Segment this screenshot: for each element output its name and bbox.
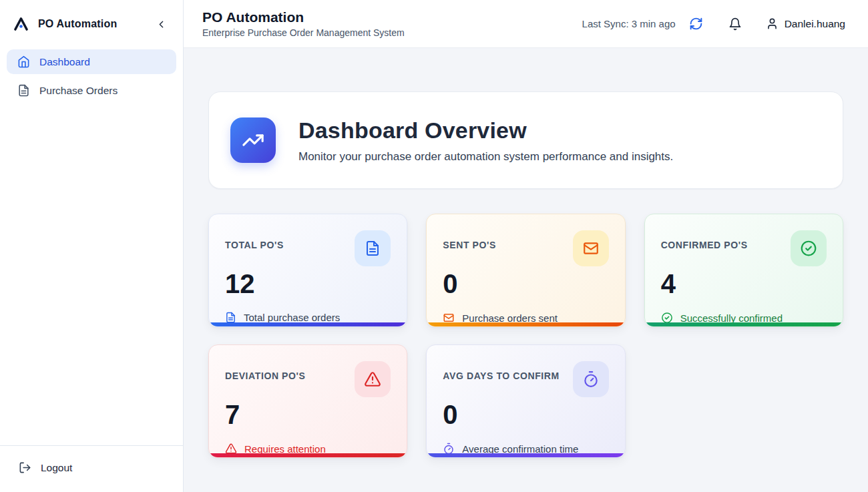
stat-value: 0 — [443, 401, 608, 428]
stat-label: TOTAL PO'S — [225, 230, 284, 250]
sidebar-item-purchase-orders[interactable]: Purchase Orders — [7, 78, 176, 103]
user-icon — [766, 17, 779, 30]
page-title: PO Automation — [202, 9, 405, 25]
hero-text: Dashboard Overview Monitor your purchase… — [298, 117, 673, 164]
refresh-button[interactable] — [686, 14, 706, 33]
logout-button[interactable]: Logout — [9, 455, 174, 480]
stat-card-deviation-pos: DEVIATION PO'S 7 — [208, 344, 407, 458]
sidebar-header: PO Automation — [0, 0, 183, 48]
hero-title: Dashboard Overview — [298, 117, 673, 144]
stat-caption: Total purchase orders — [225, 312, 391, 323]
logout-label: Logout — [41, 462, 72, 474]
user-menu[interactable]: Danlei.huang — [766, 17, 845, 30]
bell-icon — [728, 17, 742, 31]
stat-label: SENT PO'S — [443, 230, 496, 250]
sidebar-collapse-button[interactable] — [153, 16, 170, 33]
stat-card-avg-days-to-confirm: AVG DAYS TO CONFIRM 0 — [426, 344, 625, 458]
stat-caption-text: Total purchase orders — [244, 312, 340, 323]
main-area: PO Automation Enterprise Purchase Order … — [184, 0, 868, 492]
hero-subtitle: Monitor your purchase order automation s… — [298, 150, 673, 164]
stat-value: 12 — [225, 270, 391, 297]
stat-label: CONFIRMED PO'S — [661, 230, 748, 250]
stat-card-header: SENT PO'S — [443, 230, 608, 266]
content: Dashboard Overview Monitor your purchase… — [184, 48, 868, 492]
trending-up-icon — [230, 117, 276, 163]
stat-value: 0 — [443, 270, 608, 297]
chevron-left-icon — [156, 19, 167, 30]
stat-card-header: AVG DAYS TO CONFIRM — [443, 361, 608, 397]
notifications-button[interactable] — [726, 15, 744, 33]
topbar-actions: Last Sync: 3 min ago — [582, 14, 845, 33]
sidebar-item-dashboard[interactable]: Dashboard — [7, 49, 176, 74]
accent-bar — [209, 453, 407, 457]
stat-card-header: DEVIATION PO'S — [225, 361, 391, 397]
accent-bar — [427, 453, 624, 457]
mail-icon — [573, 230, 609, 266]
brand-name: PO Automation — [38, 18, 117, 30]
sidebar-footer: Logout — [0, 445, 183, 492]
stat-card-sent-pos: SENT PO'S 0 — [426, 214, 625, 327]
sidebar: PO Automation Dashboard — [0, 0, 184, 492]
stat-card-total-pos: TOTAL PO'S 12 — [208, 214, 407, 327]
stat-value: 7 — [225, 401, 391, 428]
stats-grid: TOTAL PO'S 12 — [208, 214, 843, 458]
page-subtitle: Enterprise Purchase Order Management Sys… — [202, 27, 405, 38]
last-sync-label: Last Sync: 3 min ago — [582, 18, 676, 29]
logout-icon — [19, 461, 31, 474]
hero-card: Dashboard Overview Monitor your purchase… — [208, 91, 843, 189]
topbar-titles: PO Automation Enterprise Purchase Order … — [202, 9, 405, 38]
stat-label: AVG DAYS TO CONFIRM — [443, 361, 560, 381]
app-logo-icon — [12, 15, 30, 33]
file-text-icon — [17, 84, 30, 97]
sidebar-nav: Dashboard Purchase Orders — [0, 48, 183, 445]
stat-card-confirmed-pos: CONFIRMED PO'S 4 — [644, 214, 843, 327]
stat-caption-text: Purchase orders sent — [462, 312, 558, 324]
app-root: PO Automation Dashboard — [0, 0, 868, 492]
file-text-icon — [355, 230, 391, 266]
sidebar-item-label: Purchase Orders — [39, 85, 118, 97]
topbar: PO Automation Enterprise Purchase Order … — [184, 0, 868, 48]
stat-caption-text: Successfully confirmed — [680, 312, 783, 324]
stat-label: DEVIATION PO'S — [225, 361, 305, 381]
sidebar-item-label: Dashboard — [39, 56, 90, 68]
stat-card-header: CONFIRMED PO'S — [661, 230, 827, 266]
stat-caption-text: Requires attention — [244, 443, 326, 455]
check-circle-icon — [791, 230, 827, 266]
stat-card-header: TOTAL PO'S — [225, 230, 391, 266]
stat-caption-text: Average confirmation time — [462, 443, 578, 455]
home-icon — [17, 55, 30, 68]
alert-triangle-icon — [355, 361, 391, 397]
timer-icon — [573, 361, 609, 397]
user-name: Danlei.huang — [785, 18, 845, 30]
brand: PO Automation — [12, 15, 117, 33]
accent-bar — [645, 322, 843, 326]
refresh-icon — [689, 17, 703, 31]
accent-bar — [427, 322, 624, 326]
accent-bar — [209, 322, 407, 326]
stat-value: 4 — [661, 270, 827, 297]
file-text-icon — [225, 312, 236, 323]
